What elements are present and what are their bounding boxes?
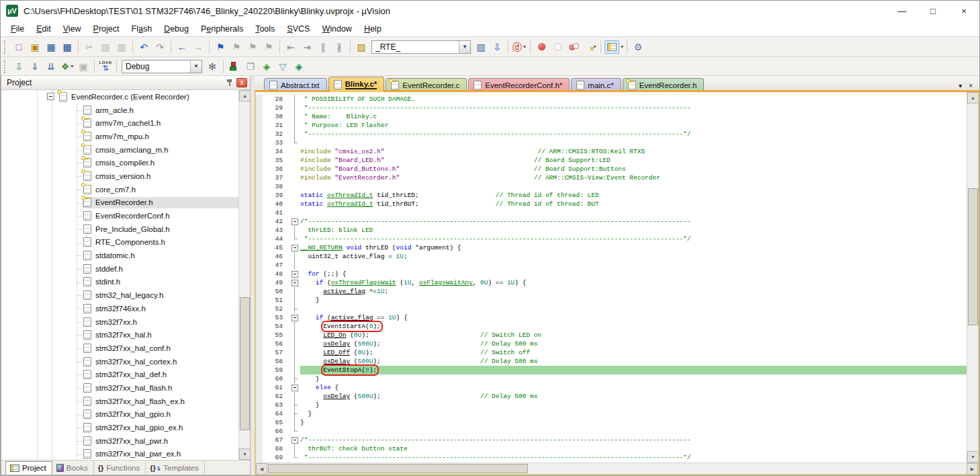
code-line-46[interactable]: 46 uint32_t active_flag = 1U;	[256, 252, 967, 261]
menu-file[interactable]: File	[5, 22, 30, 36]
code-text[interactable]	[300, 182, 967, 191]
editor-margin[interactable]	[256, 436, 263, 444]
save-all-icon[interactable]: ▩	[59, 39, 75, 55]
tree-item-stm32f7xx-hal-pwr-ex-h[interactable]: stm32f7xx_hal_pwr_ex.h	[1, 448, 238, 460]
menu-view[interactable]: View	[57, 22, 87, 36]
code-text[interactable]: }	[300, 296, 967, 305]
tree-item-stm32f7xx-hal-cortex-h[interactable]: stm32f7xx_hal_cortex.h	[1, 355, 238, 368]
code-text[interactable]	[300, 261, 967, 270]
editor-margin[interactable]	[256, 366, 263, 374]
editor-margin[interactable]	[256, 112, 263, 121]
translate-file-icon[interactable]: ⇩	[11, 58, 27, 75]
editor-hscroll-thumb[interactable]	[268, 464, 528, 473]
code-line-62[interactable]: 62 osDelay (500U); // Delay 500 ms	[256, 392, 967, 401]
code-line-37[interactable]: 37#include "EventRecorder.h" // ARM::CMS…	[256, 173, 967, 182]
editor-margin[interactable]	[256, 191, 263, 200]
editor-margin[interactable]	[256, 270, 263, 278]
tree-item-core-cm7-h[interactable]: core_cm7.h	[1, 183, 238, 196]
toolbar-grip[interactable]	[4, 40, 9, 54]
tree-item-arm-acle-h[interactable]: arm_acle.h	[1, 104, 238, 117]
comment-icon[interactable]: ∥	[315, 39, 331, 55]
editor-margin[interactable]	[256, 409, 263, 418]
code-text[interactable]: * Name: Blinky.c	[300, 112, 967, 121]
close-document-button[interactable]: ×	[969, 82, 973, 89]
code-text[interactable]: *---------------------------------------…	[300, 130, 967, 138]
open-file-icon[interactable]: ▣	[27, 39, 43, 55]
tree-item-cmsis-compiler-h[interactable]: cmsis_compiler.h	[1, 156, 238, 169]
fold-collapse-icon[interactable]	[289, 383, 300, 392]
editor-margin[interactable]	[256, 182, 263, 191]
minimize-button[interactable]: —	[887, 1, 918, 21]
editor-vertical-scrollbar[interactable]: ▲ ▼	[967, 92, 978, 463]
editor-margin[interactable]	[256, 208, 263, 217]
code-text[interactable]: #include "cmsis_os2.h" // ARM::CMSIS:RTO…	[300, 147, 967, 156]
new-file-icon[interactable]: □	[11, 39, 27, 55]
code-line-50[interactable]: 50 active_flag ^=1U;	[256, 287, 967, 296]
tree-item-eventrecorder-h[interactable]: EventRecorder.h	[1, 196, 238, 210]
fold-collapse-icon[interactable]	[289, 243, 300, 252]
scroll-down-arrow[interactable]: ▼	[967, 451, 978, 463]
code-text[interactable]: *---------------------------------------…	[300, 235, 967, 243]
editor-margin[interactable]	[256, 427, 263, 436]
code-text[interactable]: }	[300, 401, 967, 409]
code-text[interactable]: osDelay (500U); // Delay 500 ms	[300, 357, 967, 366]
tab-blinky-c-[interactable]: Blinky.c*	[328, 77, 385, 92]
tree-item-rte-components-h[interactable]: RTE_Components.h	[1, 236, 238, 249]
code-text[interactable]: osDelay (500U); // Delay 500 ms	[300, 340, 967, 348]
tree-item-stddef-h[interactable]: stddef.h	[1, 262, 238, 276]
code-line-38[interactable]: 38	[256, 182, 967, 191]
find-symbol-icon[interactable]: ⓓ▾	[511, 39, 527, 55]
chevron-down-icon[interactable]: ▾	[71, 63, 73, 69]
build-icon[interactable]: ⇓	[27, 58, 43, 75]
code-line-31[interactable]: 31 * Purpose: LED Flasher	[256, 121, 967, 130]
code-text[interactable]: #include "Board_Buttons.h" // Board Supp…	[300, 165, 967, 173]
copy-icon[interactable]: ▤	[97, 39, 114, 55]
indent-icon[interactable]: ⇥	[299, 39, 315, 55]
editor-margin[interactable]	[256, 392, 263, 401]
editor-margin[interactable]	[256, 444, 263, 453]
redo-icon[interactable]: ↷	[152, 39, 168, 55]
code-text[interactable]: /*--------------------------------------…	[300, 217, 967, 226]
editor-margin[interactable]	[256, 147, 263, 156]
editor-margin[interactable]	[256, 235, 263, 243]
tree-item-stm32f7xx-hal-h[interactable]: stm32f7xx_hal.h	[1, 328, 238, 342]
panel-close-button[interactable]: x	[236, 78, 247, 87]
filter-components-icon[interactable]: ▽	[275, 58, 291, 75]
fold-collapse-icon[interactable]	[289, 270, 300, 278]
code-text[interactable]: LED_On (0U); // Switch LED on	[300, 331, 967, 340]
menu-edit[interactable]: Edit	[30, 22, 57, 36]
editor-margin[interactable]	[256, 173, 263, 182]
code-line-47[interactable]: 47	[256, 261, 967, 270]
editor-margin[interactable]	[256, 331, 263, 340]
batch-build-icon[interactable]: ❖▾	[59, 58, 75, 75]
tree-item-stm32f746xx-h[interactable]: stm32f746xx.h	[1, 302, 238, 315]
find-in-files-icon[interactable]: ▨	[353, 39, 369, 55]
code-text[interactable]: }	[300, 418, 967, 427]
code-text[interactable]: *---------------------------------------…	[300, 104, 967, 112]
fold-collapse-icon[interactable]	[289, 313, 300, 322]
save-icon[interactable]: ▦	[43, 39, 59, 55]
editor-margin[interactable]	[256, 226, 263, 235]
editor-margin[interactable]	[256, 296, 263, 305]
download-flash-icon[interactable]: LOAD⇅	[97, 58, 114, 75]
editor-margin[interactable]	[256, 305, 263, 313]
tree-vertical-scrollbar[interactable]: ▲ ▼	[238, 90, 250, 460]
manage-rte-icon[interactable]	[226, 58, 242, 75]
code-line-30[interactable]: 30 * Name: Blinky.c	[256, 112, 967, 121]
tree-item-stdatomic-h[interactable]: stdatomic.h	[1, 249, 238, 262]
breakpoint-kill-all-icon[interactable]: ×▾	[582, 39, 598, 55]
code-line-45[interactable]: 45__NO_RETURN void thrLED (void *argumen…	[256, 243, 967, 252]
tree-item-stdint-h[interactable]: stdint.h	[1, 276, 238, 289]
target-select-combo[interactable]: Debug▼	[122, 60, 202, 73]
editor-margin[interactable]	[256, 138, 263, 147]
code-line-67[interactable]: 67/*------------------------------------…	[256, 436, 967, 444]
quick-find-combo[interactable]: _RTE_▼	[371, 40, 471, 54]
tree-item-stm32f7xx-hal-pwr-h[interactable]: stm32f7xx_hal_pwr.h	[1, 434, 238, 448]
code-line-42[interactable]: 42/*------------------------------------…	[256, 217, 967, 226]
code-line-54[interactable]: 54 EventStartA(0);	[256, 322, 967, 331]
code-text[interactable]: osDelay (500U); // Delay 500 ms	[300, 392, 967, 401]
tab-list-dropdown[interactable]: ▾	[959, 82, 962, 89]
code-line-66[interactable]: 66	[256, 427, 967, 436]
code-text[interactable]: else {	[300, 383, 967, 392]
code-line-29[interactable]: 29 *------------------------------------…	[256, 104, 967, 112]
